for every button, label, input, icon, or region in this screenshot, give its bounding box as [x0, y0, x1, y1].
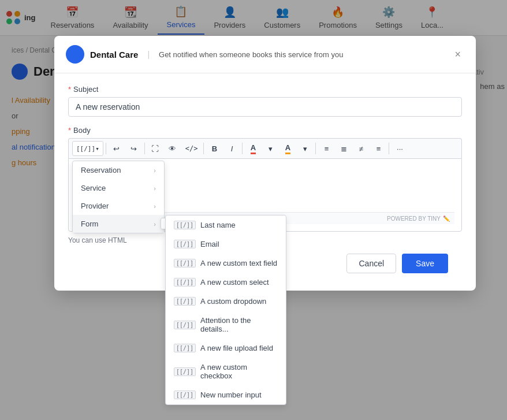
form-submenu-custom-dropdown-label: A custom dropdown [200, 297, 266, 306]
template-menu-service[interactable]: Service › [73, 179, 164, 197]
italic-icon: I [231, 144, 233, 153]
modal-title-divider: | [147, 50, 150, 59]
highlight-icon: A [285, 143, 290, 154]
toolbar-separator-5 [315, 143, 316, 154]
form-submenu-custom-select-label: A new custom select [200, 278, 269, 287]
submenu-icon-lastname: [[/]] [174, 221, 196, 229]
toolbar-separator-1 [106, 143, 106, 154]
edit-icon: ✏️ [443, 215, 450, 222]
form-submenu-attention-label: Attention to the details... [200, 316, 278, 333]
modal-container: Dental Care | Get notified when someone … [54, 36, 476, 291]
template-btn-label: [[/]] [76, 145, 95, 153]
form-submenu-attention[interactable]: [[/]] Attention to the details... [166, 311, 286, 339]
redo-icon: ↪ [131, 144, 137, 153]
service-arrow-icon: › [154, 185, 156, 192]
highlight-color-dropdown[interactable]: A ▾ [279, 141, 313, 156]
cancel-button[interactable]: Cancel [346, 254, 396, 273]
form-submenu-file-upload[interactable]: [[/]] A new file upload field [166, 339, 286, 358]
submenu-icon-custom-select: [[/]] [174, 278, 196, 287]
save-button[interactable]: Save [402, 254, 448, 273]
modal-header: Dental Care | Get notified when someone … [54, 36, 476, 73]
reservation-arrow-icon: › [154, 167, 156, 174]
submenu-icon-attention: [[/]] [174, 321, 196, 329]
align-right-icon: ≠ [359, 144, 363, 153]
body-required-star: * [68, 126, 71, 135]
redo-button[interactable]: ↪ [126, 141, 142, 156]
preview-button[interactable]: 👁 [165, 141, 181, 156]
form-submenu-number-input-label: New number input [200, 391, 262, 399]
template-menu-reservation[interactable]: Reservation › [73, 161, 164, 179]
form-submenu-custom-dropdown[interactable]: [[/]] A custom dropdown [166, 292, 286, 311]
template-menu-provider[interactable]: Provider › [73, 197, 164, 215]
toolbar-separator-3 [203, 143, 204, 154]
expand-icon: ⛶ [151, 144, 159, 153]
provider-arrow-icon: › [154, 203, 156, 210]
submenu-icon-custom-checkbox: [[/]] [174, 367, 196, 376]
code-icon: </> [185, 144, 198, 153]
form-submenu-number-input[interactable]: [[/]] New number input [166, 385, 286, 404]
form-submenu: [[/]] Last name [[/]] Email [[/]] A new … [165, 215, 286, 405]
template-btn-wrapper: [[/]] ▾ Reservation › Service › [72, 141, 103, 156]
service-label: Service [81, 184, 106, 192]
form-submenu-email[interactable]: [[/]] Email [166, 235, 286, 254]
toolbar-separator-2 [144, 143, 145, 154]
italic-button[interactable]: I [223, 141, 240, 156]
highlight-chevron[interactable]: ▾ [297, 141, 313, 156]
modal-title: Dental Care [90, 50, 138, 60]
font-color-dropdown[interactable]: A ▾ [245, 141, 278, 156]
subject-input[interactable] [68, 97, 462, 117]
undo-icon: ↩ [113, 144, 120, 153]
body-section: *Body [[/]] ▾ Reservation › [68, 126, 462, 244]
form-submenu-email-label: Email [200, 240, 219, 248]
bold-icon: B [212, 144, 217, 153]
editor-toolbar: [[/]] ▾ Reservation › Service › [68, 138, 462, 158]
toolbar-separator-4 [242, 143, 243, 154]
modal-subtitle: Get notified when someone books this ser… [159, 50, 343, 59]
modal-header-left: Dental Care | Get notified when someone … [66, 45, 343, 64]
preview-icon: 👁 [169, 144, 176, 153]
template-menu-form[interactable]: Form › Form [[/]] Last name [[/]] [73, 215, 164, 233]
template-insert-button[interactable]: [[/]] ▾ [72, 141, 103, 156]
form-submenu-lastname-label: Last name [200, 221, 236, 229]
highlight-button[interactable]: A [279, 141, 296, 156]
subject-required-star: * [68, 85, 71, 94]
submenu-icon-file-upload: [[/]] [174, 344, 196, 352]
more-options-icon: ··· [397, 144, 403, 153]
form-arrow-icon: › [154, 221, 156, 228]
align-left-icon: ≡ [325, 144, 329, 153]
font-color-chevron[interactable]: ▾ [262, 141, 278, 156]
modal-avatar [66, 45, 84, 64]
template-dropdown: Reservation › Service › Provider › For [72, 161, 165, 233]
provider-label: Provider [81, 202, 109, 210]
font-color-button[interactable]: A [245, 141, 261, 156]
modal-body: *Subject *Body [[/]] ▾ Rese [54, 73, 476, 279]
form-submenu-lastname[interactable]: [[/]] Last name [166, 215, 286, 235]
more-options-button[interactable]: ··· [392, 141, 408, 156]
powered-by-label: POWERED BY TINY ✏️ [387, 215, 450, 222]
form-submenu-custom-select[interactable]: [[/]] A new custom select [166, 273, 286, 292]
font-color-icon: A [251, 143, 256, 154]
justify-button[interactable]: ≡ [370, 141, 386, 156]
form-submenu-custom-checkbox[interactable]: [[/]] A new custom checkbox [166, 358, 286, 385]
align-left-button[interactable]: ≡ [318, 141, 334, 156]
modal-close-button[interactable]: × [451, 48, 464, 61]
form-submenu-custom-text[interactable]: [[/]] A new custom text field [166, 254, 286, 273]
form-submenu-custom-checkbox-label: A new custom checkbox [200, 363, 278, 380]
code-view-button[interactable]: </> [182, 141, 202, 156]
powered-by-text: POWERED BY TINY [387, 215, 441, 222]
submenu-icon-email: [[/]] [174, 240, 196, 248]
expand-button[interactable]: ⛶ [147, 141, 163, 156]
submenu-icon-number-input: [[/]] [174, 391, 196, 399]
undo-button[interactable]: ↩ [109, 141, 125, 156]
body-field-label: *Body [68, 126, 462, 135]
justify-icon: ≡ [376, 144, 381, 153]
bold-button[interactable]: B [206, 141, 222, 156]
submenu-icon-custom-dropdown: [[/]] [174, 297, 196, 306]
form-submenu-custom-text-label: A new custom text field [200, 259, 277, 267]
form-submenu-file-upload-label: A new file upload field [200, 344, 273, 352]
align-right-button[interactable]: ≠ [353, 141, 369, 156]
submenu-icon-custom-text: [[/]] [174, 259, 196, 267]
template-chevron-icon: ▾ [95, 145, 99, 153]
form-label: Form [81, 220, 98, 228]
align-center-button[interactable]: ≣ [335, 141, 352, 156]
